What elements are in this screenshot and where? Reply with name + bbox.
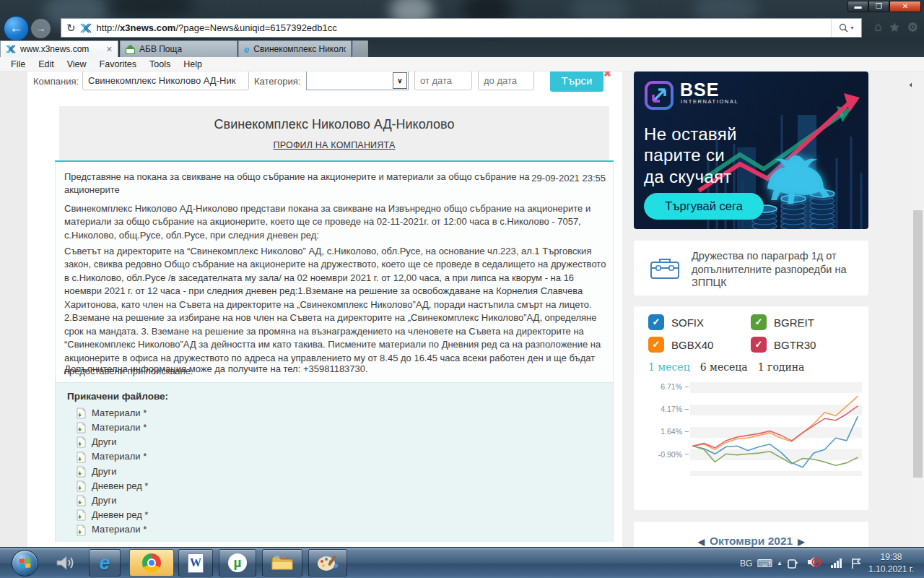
gadget-tray-icon[interactable] — [788, 558, 798, 569]
index-chart-plot — [690, 382, 862, 476]
attachment-item[interactable]: Материали * — [77, 523, 148, 538]
date-from-input[interactable] — [414, 72, 472, 90]
index-checkbox-bgreit[interactable]: ✓BGREIT — [751, 314, 853, 330]
zppck-info-text: Дружества по параграф 1д от допълнителни… — [692, 249, 859, 290]
bse-ad-banner[interactable]: BSE INTERNATIONAL Не оставяй парите си д… — [634, 72, 868, 229]
range-tab[interactable]: 6 месеца — [700, 361, 748, 373]
show-hidden-icons[interactable]: ▲ — [777, 560, 783, 566]
start-button[interactable] — [12, 550, 38, 577]
keyboard-icon[interactable]: ⌨ — [757, 557, 772, 570]
briefcase-icon — [650, 256, 680, 280]
tab-abv-mail[interactable]: АБВ Поща — [120, 40, 237, 57]
calendar-prev-icon[interactable]: ◀ — [698, 537, 705, 547]
checkbox-checked-icon[interactable]: ✓ — [751, 314, 767, 330]
menu-file[interactable]: File — [4, 59, 32, 69]
category-select[interactable]: ∨ — [306, 72, 409, 90]
taskbar-paint-button[interactable] — [308, 549, 347, 577]
company-profile-link[interactable]: ПРОФИЛ НА КОМПАНИЯТА — [274, 140, 396, 150]
tab-label: АБВ Поща — [139, 44, 182, 54]
webpage: Компания: Категория: ∨ Търси ✖ Свинекомп… — [0, 72, 924, 547]
tab-row: www.x3news.com ✕ АБВ Поща e Свинекомплек… — [0, 40, 924, 57]
calendar-next-icon[interactable]: ▶ — [798, 537, 804, 547]
company-input[interactable] — [82, 72, 249, 90]
menu-favorites[interactable]: Favorites — [93, 59, 143, 69]
attachment-item[interactable]: Дневен ред * — [77, 508, 148, 522]
tab-close-icon[interactable]: ✕ — [100, 45, 113, 54]
y-tick-label: 4.17% — [661, 405, 689, 413]
address-search[interactable]: ▾ — [831, 19, 861, 37]
attachments-heading: Прикачени файлове: — [67, 389, 168, 403]
close-form-icon[interactable]: ✖ — [603, 72, 611, 79]
maximize-button[interactable]: ❐ — [868, 1, 889, 12]
attachment-item[interactable]: Материали * — [77, 450, 148, 465]
close-button[interactable]: ✕ — [889, 1, 921, 12]
menu-view[interactable]: View — [61, 59, 93, 69]
refresh-icon[interactable]: ↻ — [66, 22, 76, 35]
article-paragraph: Съветът на директорите на “Свинекомплекс… — [64, 245, 607, 379]
file-download-icon — [77, 495, 89, 506]
menu-help[interactable]: Help — [177, 59, 209, 69]
file-download-icon — [77, 452, 89, 463]
address-bar[interactable]: ↻ http://x3news.com/?page=News&uniqid=61… — [61, 18, 862, 38]
browser-action-icons: ⌂ ★ ⚙ — [874, 20, 918, 35]
attachment-item[interactable]: Материали * — [77, 420, 148, 435]
search-dropdown-caret: ▾ — [850, 25, 853, 31]
network-signal-icon[interactable] — [831, 558, 842, 568]
taskbar-utorrent-button[interactable]: µ — [219, 549, 256, 577]
attachment-item[interactable]: Други — [77, 493, 148, 508]
checkbox-checked-icon[interactable]: ✓ — [751, 337, 767, 353]
speaker-tray-app-icon[interactable] — [55, 554, 74, 571]
company-title: Свинекомплекс Николово АД-Николово — [59, 117, 609, 132]
taskbar-word-button[interactable]: W — [178, 549, 213, 577]
menu-edit[interactable]: Edit — [32, 59, 61, 69]
tab-x3news[interactable]: www.x3news.com ✕ — [0, 40, 118, 57]
menu-tools[interactable]: Tools — [143, 59, 177, 69]
url-text[interactable]: http://x3news.com/?page=News&uniqid=6157… — [97, 22, 831, 33]
select-dropdown-icon[interactable]: ∨ — [393, 72, 407, 89]
attachments-section: Прикачени файлове: Материали *Материали … — [56, 382, 613, 542]
taskbar-explorer-button[interactable] — [262, 549, 302, 577]
attachment-item[interactable]: Дневен ред * — [77, 479, 148, 493]
taskbar-clock[interactable]: 19:38 1.10.2021 г. — [868, 551, 914, 574]
taskbar-ie-button[interactable]: e — [89, 549, 121, 577]
windows-flag-icon — [19, 558, 32, 569]
volume-muted-icon[interactable] — [807, 556, 821, 571]
search-button[interactable]: Търси — [550, 72, 603, 92]
system-tray: BG ⌨ ▲ 19:38 1.10.2021 — [740, 548, 924, 578]
new-tab-stub[interactable] — [352, 40, 368, 57]
ad-cta-button[interactable]: Търгувай сега — [644, 193, 764, 220]
checkbox-checked-icon[interactable]: ✓ — [648, 337, 664, 353]
index-checkbox-bgbx40[interactable]: ✓BGBX40 — [648, 337, 751, 353]
tab-svinekompleks[interactable]: e Свинекомплекс Николово АД — [238, 40, 352, 57]
taskbar-chrome-button[interactable] — [129, 549, 174, 577]
action-center-flag-icon[interactable] — [851, 558, 861, 569]
attachment-item[interactable]: Материали * — [77, 406, 148, 420]
zppck-info-card[interactable]: Дружества по параграф 1д от допълнителни… — [634, 241, 868, 296]
tab-label: www.x3news.com — [20, 44, 89, 54]
forward-button[interactable]: → — [31, 19, 51, 38]
range-tab[interactable]: 1 месец — [648, 361, 690, 373]
attachment-item[interactable]: Други — [77, 465, 148, 479]
index-checkbox-sofix[interactable]: ✓SOFIX — [648, 314, 751, 330]
date-to-input[interactable] — [478, 72, 534, 90]
scrollbar-thumb[interactable] — [913, 210, 923, 478]
checkbox-checked-icon[interactable]: ✓ — [648, 314, 664, 330]
file-download-icon — [77, 466, 89, 478]
language-indicator[interactable]: BG — [740, 558, 752, 569]
ie-icon: e — [99, 552, 110, 574]
index-checkbox-bgtr30[interactable]: ✓BGTR30 — [751, 337, 853, 353]
clock-time: 19:38 — [868, 551, 914, 563]
favorites-star-icon[interactable]: ★ — [889, 20, 900, 35]
range-tab[interactable]: 1 година — [758, 361, 805, 373]
home-icon[interactable]: ⌂ — [874, 20, 881, 35]
attachment-item[interactable]: Други — [77, 435, 148, 449]
index-label: BGBX40 — [671, 339, 713, 351]
back-button[interactable]: ← — [4, 16, 29, 41]
x3news-favicon — [6, 45, 16, 53]
index-label: BGREIT — [774, 316, 814, 329]
search-form: Компания: Категория: ∨ Търси ✖ — [0, 72, 621, 95]
category-label: Категория: — [254, 76, 300, 87]
file-download-icon — [77, 480, 89, 492]
gear-icon[interactable]: ⚙ — [907, 20, 918, 35]
minimize-button[interactable]: ▬ — [847, 1, 868, 12]
